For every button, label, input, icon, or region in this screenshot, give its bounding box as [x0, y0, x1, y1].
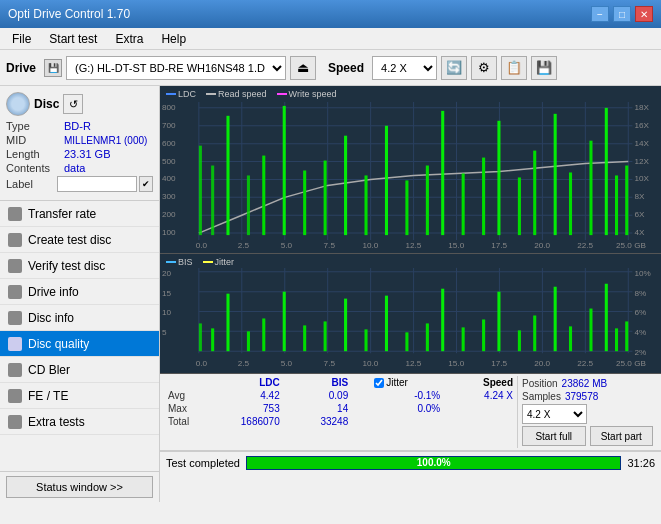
svg-text:6X: 6X — [634, 210, 645, 219]
disc-info-panel: Disc ↺ Type BD-R MID MILLENMR1 (000) Len… — [0, 86, 159, 201]
jitter-label: Jitter — [215, 257, 235, 267]
nav-transfer-rate[interactable]: Transfer rate — [0, 201, 159, 227]
svg-rect-43 — [615, 175, 618, 235]
svg-rect-92 — [247, 331, 250, 351]
drive-select[interactable]: (G:) HL-DT-ST BD-RE WH16NS48 1.D3 — [66, 56, 286, 80]
nav-extra-tests[interactable]: Extra tests — [0, 409, 159, 435]
eject-button[interactable]: ⏏ — [290, 56, 316, 80]
svg-text:0.0: 0.0 — [196, 359, 208, 368]
svg-rect-32 — [426, 166, 429, 236]
svg-text:300: 300 — [162, 192, 176, 201]
nav-verify-test-disc-label: Verify test disc — [28, 259, 105, 273]
svg-text:17.5: 17.5 — [491, 241, 507, 250]
svg-text:5.0: 5.0 — [281, 241, 293, 250]
stats-table: LDC BIS Jitter Speed Avg 4.4 — [164, 376, 517, 428]
chart2-svg: 20 15 10 5 10% 8% 6% 4% 2% 0.0 2.5 5.0 7… — [160, 254, 661, 373]
disc-quality-icon — [8, 337, 22, 351]
svg-text:7.5: 7.5 — [324, 241, 336, 250]
jitter-legend: Jitter — [203, 257, 235, 267]
speed-row: 4.2 X — [522, 404, 653, 424]
svg-rect-90 — [211, 328, 214, 351]
svg-rect-23 — [247, 175, 250, 235]
transfer-rate-icon — [8, 207, 22, 221]
svg-text:5.0: 5.0 — [281, 359, 293, 368]
svg-rect-98 — [364, 329, 367, 351]
total-bis: 33248 — [284, 415, 352, 428]
write-label: Write speed — [289, 89, 337, 99]
menu-help[interactable]: Help — [153, 30, 194, 48]
nav-verify-test-disc[interactable]: Verify test disc — [0, 253, 159, 279]
settings-button1[interactable]: ⚙ — [471, 56, 497, 80]
svg-text:400: 400 — [162, 175, 176, 184]
window-title: Opti Drive Control 1.70 — [8, 7, 130, 21]
bis-jitter-chart: BIS Jitter — [160, 254, 661, 374]
label-input[interactable] — [57, 176, 137, 192]
nav-drive-info-label: Drive info — [28, 285, 79, 299]
svg-text:4X: 4X — [634, 228, 645, 237]
max-jitter: 0.0% — [372, 402, 444, 415]
nav-cd-bler[interactable]: CD Bler — [0, 357, 159, 383]
svg-rect-30 — [385, 126, 388, 235]
avg-label: Avg — [164, 389, 194, 402]
svg-rect-41 — [589, 141, 592, 235]
samples-label: Samples — [522, 391, 561, 402]
maximize-button[interactable]: □ — [613, 6, 631, 22]
svg-text:18X: 18X — [634, 103, 649, 112]
svg-text:10.0: 10.0 — [362, 359, 378, 368]
stats-total-row: Total 1686070 33248 — [164, 415, 517, 428]
start-part-button[interactable]: Start part — [590, 426, 654, 446]
svg-rect-112 — [615, 328, 618, 351]
svg-rect-89 — [199, 323, 202, 351]
svg-rect-101 — [426, 323, 429, 351]
refresh-button[interactable]: 🔄 — [441, 56, 467, 80]
svg-rect-29 — [364, 175, 367, 235]
progress-text: 100.0% — [247, 457, 620, 469]
nav-disc-info-label: Disc info — [28, 311, 74, 325]
svg-text:0.0: 0.0 — [196, 241, 208, 250]
minimize-button[interactable]: − — [591, 6, 609, 22]
status-window-button[interactable]: Status window >> — [6, 476, 153, 498]
read-label: Read speed — [218, 89, 267, 99]
main-area: Disc ↺ Type BD-R MID MILLENMR1 (000) Len… — [0, 86, 661, 502]
position-row: Position 23862 MB — [522, 378, 653, 389]
svg-text:15: 15 — [162, 289, 172, 298]
time-text: 31:26 — [627, 457, 655, 469]
svg-rect-102 — [441, 289, 444, 351]
svg-text:500: 500 — [162, 157, 176, 166]
speed-select-stats[interactable]: 4.2 X — [522, 404, 587, 424]
svg-rect-94 — [283, 292, 286, 352]
menu-extra[interactable]: Extra — [107, 30, 151, 48]
svg-text:200: 200 — [162, 210, 176, 219]
svg-rect-91 — [226, 294, 229, 352]
svg-text:14X: 14X — [634, 139, 649, 148]
label-apply-button[interactable]: ✔ — [139, 176, 153, 192]
menu-file[interactable]: File — [4, 30, 39, 48]
speed-select[interactable]: 4.2 X — [372, 56, 437, 80]
start-full-button[interactable]: Start full — [522, 426, 586, 446]
position-label: Position — [522, 378, 558, 389]
nav-fe-te[interactable]: FE / TE — [0, 383, 159, 409]
nav-drive-info[interactable]: Drive info — [0, 279, 159, 305]
save-button[interactable]: 💾 — [531, 56, 557, 80]
nav-disc-quality[interactable]: Disc quality — [0, 331, 159, 357]
jitter-checkbox[interactable] — [374, 378, 384, 388]
drive-info-icon — [8, 285, 22, 299]
nav-create-test-disc-label: Create test disc — [28, 233, 111, 247]
nav-disc-info[interactable]: Disc info — [0, 305, 159, 331]
toolbar: Drive 💾 (G:) HL-DT-ST BD-RE WH16NS48 1.D… — [0, 50, 661, 86]
svg-rect-34 — [462, 173, 465, 235]
chart2-legend: BIS Jitter — [166, 257, 234, 267]
svg-text:5: 5 — [162, 328, 167, 337]
settings-button2[interactable]: 📋 — [501, 56, 527, 80]
avg-jitter: -0.1% — [372, 389, 444, 402]
drive-icon: 💾 — [44, 59, 62, 77]
svg-text:20.0: 20.0 — [534, 241, 550, 250]
close-button[interactable]: ✕ — [635, 6, 653, 22]
svg-rect-99 — [385, 296, 388, 352]
svg-text:12X: 12X — [634, 157, 649, 166]
nav-create-test-disc[interactable]: Create test disc — [0, 227, 159, 253]
menu-start-test[interactable]: Start test — [41, 30, 105, 48]
disc-refresh-button[interactable]: ↺ — [63, 94, 83, 114]
contents-value: data — [64, 162, 85, 174]
read-color — [206, 93, 216, 95]
